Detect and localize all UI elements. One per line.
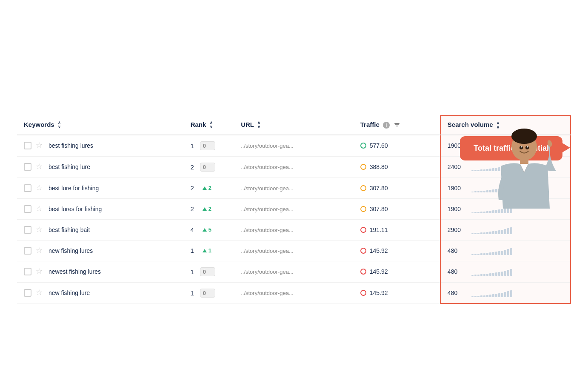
vol-number: 480 — [448, 289, 465, 296]
td-traffic: 307.80 — [354, 198, 440, 219]
table-row: ☆ new fishing lure 1 0 ../story/outdoor-… — [17, 282, 571, 304]
rank-number: 1 — [188, 268, 197, 275]
star-icon[interactable]: ☆ — [36, 184, 44, 192]
td-traffic: 145.92 — [354, 282, 440, 304]
td-rank: 2 2 — [169, 198, 234, 219]
td-rank: 1 0 — [169, 135, 234, 157]
mini-bar-chart — [471, 246, 512, 255]
mini-bar-chart — [471, 267, 512, 276]
keyword-text: best lure for fishing — [49, 185, 99, 192]
td-traffic: 577.60 — [354, 135, 440, 157]
url-sort[interactable]: ∧ ∨ — [257, 121, 260, 129]
traffic-dot — [360, 185, 366, 191]
row-checkbox[interactable] — [24, 205, 31, 213]
row-checkbox[interactable] — [24, 163, 31, 171]
keyword-text: new fishing lures — [49, 247, 93, 254]
row-checkbox[interactable] — [24, 268, 31, 275]
change-badge: 2 — [200, 205, 215, 213]
traffic-dot — [360, 227, 366, 233]
vol-number: 2400 — [448, 163, 465, 170]
traffic-dot — [360, 248, 366, 254]
traffic-value: 388.80 — [370, 163, 388, 170]
change-badge: 5 — [200, 226, 215, 234]
td-rank: 1 0 — [169, 261, 234, 282]
th-keywords: Keywords ∧ ∨ — [17, 115, 169, 135]
td-keyword: ☆ best lure for fishing — [17, 178, 169, 198]
url-text: ../story/outdoor-gea... — [241, 206, 294, 212]
keywords-sort[interactable]: ∧ ∨ — [58, 121, 61, 129]
change-badge: 2 — [200, 184, 215, 192]
change-badge: 0 — [200, 267, 215, 276]
td-url: ../story/outdoor-gea... — [234, 261, 354, 282]
keyword-text: best fishing bait — [49, 226, 90, 233]
table-row: ☆ new fishing lures 1 1 ../story/outdoor… — [17, 240, 571, 261]
change-badge: 1 — [200, 246, 215, 255]
traffic-value: 577.60 — [370, 142, 388, 149]
svg-point-7 — [527, 146, 528, 148]
traffic-value: 145.92 — [370, 268, 388, 275]
traffic-dot — [360, 164, 366, 170]
td-rank: 2 0 — [169, 156, 234, 178]
rank-number: 1 — [188, 142, 197, 149]
rank-sort[interactable]: ∧ ∨ — [210, 121, 213, 129]
row-checkbox[interactable] — [24, 247, 31, 255]
traffic-value: 307.80 — [370, 206, 388, 212]
traffic-dot — [360, 269, 366, 275]
star-icon[interactable]: ☆ — [36, 267, 44, 276]
traffic-info-icon[interactable]: i — [383, 122, 390, 129]
change-badge: 0 — [200, 163, 215, 172]
traffic-value: 191.11 — [370, 226, 388, 233]
rank-number: 4 — [188, 226, 197, 233]
vol-number: 480 — [448, 247, 465, 254]
row-checkbox[interactable] — [24, 142, 31, 149]
person-illustration — [477, 123, 562, 234]
rank-number: 2 — [188, 184, 197, 192]
vol-number: 1900 — [448, 206, 465, 212]
td-rank: 1 1 — [169, 240, 234, 261]
traffic-dot — [360, 206, 366, 212]
star-icon[interactable]: ☆ — [36, 289, 44, 297]
keyword-text: newest fishing lures — [49, 268, 101, 275]
star-icon[interactable]: ☆ — [36, 141, 44, 150]
th-traffic: Traffic i — [354, 115, 440, 135]
row-checkbox[interactable] — [24, 289, 31, 297]
star-icon[interactable]: ☆ — [36, 226, 44, 234]
star-icon[interactable]: ☆ — [36, 205, 44, 213]
rank-number: 2 — [188, 163, 197, 171]
change-badge: 0 — [200, 289, 215, 298]
url-text: ../story/outdoor-gea... — [241, 143, 294, 149]
row-checkbox[interactable] — [24, 226, 31, 234]
svg-rect-9 — [395, 124, 399, 125]
rank-number: 1 — [188, 289, 197, 297]
rank-number: 1 — [188, 247, 197, 254]
url-text: ../story/outdoor-gea... — [241, 227, 294, 233]
vol-number: 1900 — [448, 185, 465, 192]
table-row: ☆ newest fishing lures 1 0 ../story/outd… — [17, 261, 571, 282]
td-rank: 2 2 — [169, 178, 234, 198]
svg-point-6 — [521, 146, 522, 148]
mini-bar-chart — [471, 289, 512, 297]
svg-point-3 — [547, 140, 553, 147]
td-url: ../story/outdoor-gea... — [234, 219, 354, 240]
traffic-dot — [360, 143, 366, 149]
url-text: ../story/outdoor-gea... — [241, 248, 294, 254]
star-icon[interactable]: ☆ — [36, 163, 44, 171]
th-rank: Rank ∧ ∨ — [169, 115, 234, 135]
td-search-volume: 480 — [440, 261, 571, 282]
td-keyword: ☆ best fishing lure — [17, 156, 169, 178]
row-checkbox[interactable] — [24, 184, 31, 192]
star-icon[interactable]: ☆ — [36, 246, 44, 255]
svg-point-1 — [511, 129, 537, 144]
td-search-volume: 480 — [440, 282, 571, 304]
td-traffic: 145.92 — [354, 261, 440, 282]
traffic-value: 145.92 — [370, 247, 388, 254]
traffic-filter-icon[interactable] — [394, 122, 400, 128]
td-traffic: 388.80 — [354, 156, 440, 178]
td-keyword: ☆ best lures for fishing — [17, 198, 169, 219]
rank-number: 2 — [188, 205, 197, 212]
vol-number: 480 — [448, 268, 465, 275]
td-keyword: ☆ new fishing lure — [17, 282, 169, 304]
keyword-text: best fishing lures — [49, 142, 93, 149]
td-traffic: 145.92 — [354, 240, 440, 261]
td-url: ../story/outdoor-gea... — [234, 178, 354, 198]
